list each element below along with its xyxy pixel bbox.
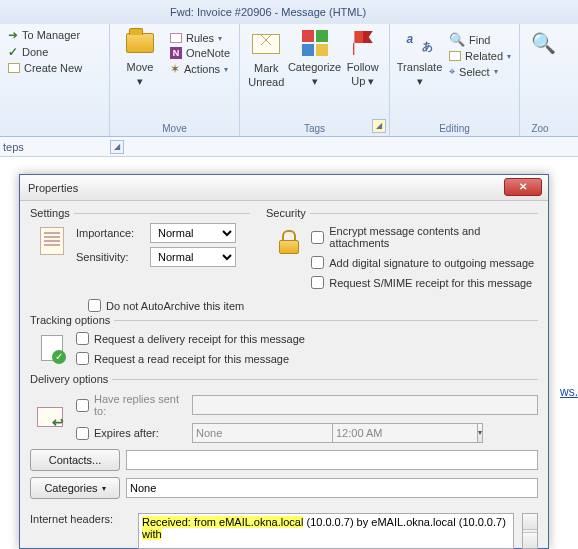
envelope-icon [250, 28, 282, 60]
read-receipt-checkbox[interactable] [76, 352, 89, 365]
sensitivity-label: Sensitivity: [76, 251, 146, 263]
internet-headers-label: Internet headers: [30, 513, 130, 525]
settings-fieldset: Settings Importance: Normal Sensitivity:… [30, 207, 250, 291]
arrow-icon: ➜ [8, 28, 18, 42]
scroll-up-button[interactable] [523, 514, 537, 530]
replies-input[interactable] [192, 395, 538, 415]
ribbon-group-move: Move ▾ Rules▾ NOneNote ✶Actions▾ Move [110, 24, 240, 136]
move-button[interactable]: Move ▾ [116, 27, 164, 88]
dialog-titlebar: Properties ✕ [20, 175, 548, 201]
internet-headers-textarea[interactable]: Received: from eMAIL.okna.local (10.0.0.… [138, 513, 514, 549]
delivery-icon [34, 401, 66, 433]
contacts-button[interactable]: Contacts... [30, 449, 120, 471]
follow-up-button[interactable]: Follow Up ▾ [343, 27, 384, 88]
dialog-title: Properties [28, 182, 78, 194]
security-fieldset: Security Encrypt message contents and at… [266, 207, 538, 291]
actions-button[interactable]: ✶Actions▾ [168, 61, 232, 77]
group-label-zoom: Zoo [526, 121, 554, 136]
dialog-close-button[interactable]: ✕ [504, 178, 542, 196]
lock-icon [272, 225, 303, 257]
related-icon [449, 51, 461, 61]
onenote-icon: N [170, 47, 182, 59]
find-button[interactable]: 🔍Find [447, 31, 513, 48]
ribbon-group-zoom: 🔍 Zoo [520, 24, 560, 136]
check-icon: ✓ [8, 45, 18, 59]
tracking-legend: Tracking options [30, 314, 114, 326]
rules-button[interactable]: Rules▾ [168, 31, 232, 45]
importance-label: Importance: [76, 227, 146, 239]
sign-checkbox-row[interactable]: Add digital signature to outgoing messag… [311, 256, 538, 269]
tracking-icon [36, 332, 68, 364]
window-title: Fwd: Invoice #20906 - Message (HTML) [170, 6, 366, 18]
encrypt-checkbox-row[interactable]: Encrypt message contents and attachments [311, 225, 538, 249]
flag-icon [347, 27, 379, 59]
tags-dialog-launcher[interactable]: ◢ [372, 119, 386, 133]
select-icon: ⌖ [449, 65, 455, 78]
tracking-fieldset: Tracking options Request a delivery rece… [30, 314, 538, 367]
translate-button[interactable]: Translate ▾ [396, 27, 443, 88]
delivery-receipt-checkbox[interactable] [76, 332, 89, 345]
encrypt-checkbox[interactable] [311, 231, 324, 244]
quickstep-to-manager[interactable]: ➜To Manager [6, 27, 103, 43]
zoom-icon: 🔍 [527, 27, 559, 59]
headers-scrollbar[interactable] [522, 513, 538, 549]
smime-checkbox-row[interactable]: Request S/MIME receipt for this message [311, 276, 538, 289]
quicksteps-footer: teps ◢ [0, 137, 578, 157]
ribbon-group-quicksteps: ➜To Manager ✓Done Create New [0, 24, 110, 136]
smime-checkbox[interactable] [311, 276, 324, 289]
group-label-tags: Tags [246, 121, 383, 136]
rules-icon [170, 33, 182, 43]
link-fragment[interactable]: ws. [560, 385, 578, 399]
expires-time-combo[interactable]: ▾ [332, 423, 462, 443]
window-title-bar: Fwd: Invoice #20906 - Message (HTML) [0, 0, 578, 24]
autoarchive-checkbox-row[interactable]: Do not AutoArchive this item [88, 299, 538, 312]
find-icon: 🔍 [449, 32, 465, 47]
folder-icon [124, 27, 156, 59]
headers-highlight: Received: from eMAIL.okna.local [142, 516, 303, 528]
sign-checkbox[interactable] [311, 256, 324, 269]
delivery-fieldset: Delivery options Have replies sent to: E… [30, 373, 538, 499]
group-label-editing: Editing [396, 121, 513, 136]
replies-checkbox-row[interactable]: Have replies sent to: [76, 393, 186, 417]
ribbon: ➜To Manager ✓Done Create New Move ▾ Rule… [0, 24, 578, 137]
read-receipt-row[interactable]: Request a read receipt for this message [76, 352, 305, 365]
mark-unread-button[interactable]: Mark Unread [246, 27, 287, 88]
scroll-down-button[interactable] [523, 532, 537, 548]
autoarchive-checkbox[interactable] [88, 299, 101, 312]
translate-icon [404, 27, 436, 59]
chevron-down-icon: ▾ [137, 75, 143, 88]
ribbon-group-editing: Translate ▾ 🔍Find Related▾ ⌖Select▾ Edit… [390, 24, 520, 136]
quicksteps-dialog-launcher[interactable]: ◢ [110, 140, 124, 154]
sensitivity-select[interactable]: Normal [150, 247, 236, 267]
security-legend: Security [266, 207, 310, 219]
quickstep-create-new[interactable]: Create New [6, 61, 103, 75]
categorize-icon [299, 27, 331, 59]
quickstep-done[interactable]: ✓Done [6, 44, 103, 60]
categorize-button[interactable]: Categorize ▾ [291, 27, 339, 88]
gear-icon: ✶ [170, 62, 180, 76]
expires-checkbox[interactable] [76, 427, 89, 440]
replies-checkbox[interactable] [76, 399, 89, 412]
settings-legend: Settings [30, 207, 74, 219]
zoom-button[interactable]: 🔍 [526, 27, 560, 59]
new-icon [8, 63, 20, 73]
expires-checkbox-row[interactable]: Expires after: [76, 427, 186, 440]
contacts-input[interactable] [126, 450, 538, 470]
delivery-legend: Delivery options [30, 373, 112, 385]
onenote-button[interactable]: NOneNote [168, 46, 232, 60]
group-label-move: Move [116, 121, 233, 136]
settings-icon [36, 225, 68, 257]
ribbon-group-tags: Mark Unread Categorize ▾ Follow Up ▾ Tag… [240, 24, 390, 136]
related-button[interactable]: Related▾ [447, 49, 513, 63]
select-button[interactable]: ⌖Select▾ [447, 64, 513, 79]
categories-input[interactable] [126, 478, 538, 498]
importance-select[interactable]: Normal [150, 223, 236, 243]
delivery-receipt-row[interactable]: Request a delivery receipt for this mess… [76, 332, 305, 345]
categories-button[interactable]: Categories▾ [30, 477, 120, 499]
chevron-down-icon[interactable]: ▾ [477, 423, 483, 443]
properties-dialog: Properties ✕ Settings Importance: Normal… [19, 174, 549, 549]
expires-date-combo[interactable]: ▾ [192, 423, 322, 443]
